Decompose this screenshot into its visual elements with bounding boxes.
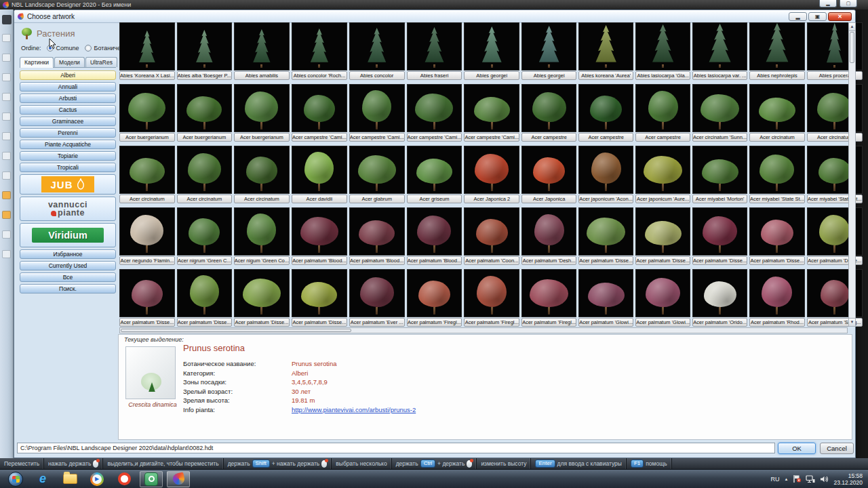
speaker-icon[interactable]	[820, 475, 829, 483]
start-button[interactable]	[4, 471, 27, 487]
tab-ultrares[interactable]: UltraRes	[85, 57, 117, 67]
plant-thumbnail[interactable]: Abies fraseri	[407, 22, 462, 80]
plant-thumbnail[interactable]: Abies nephrolepis	[749, 22, 805, 80]
background-tool-icon-11[interactable]	[2, 230, 11, 239]
background-tool-icon-8[interactable]	[2, 171, 11, 180]
vendor-button-viridium[interactable]: Viridium	[20, 223, 116, 247]
scroll-down-button[interactable]: ▼	[849, 318, 855, 326]
plant-thumbnail[interactable]: Acer palmatum 'Disse...	[292, 269, 347, 327]
plant-thumbnail[interactable]: Acer palmatum 'Disse...	[635, 207, 690, 265]
plant-thumbnail[interactable]: Acer griseum	[407, 146, 462, 203]
file-path-field[interactable]: C:\Program Files\NBL Landscape Designer …	[17, 443, 775, 453]
background-tool-icon-1[interactable]	[2, 34, 11, 42]
category-button-annuali[interactable]: Annuali	[20, 82, 116, 92]
taskbar-item-media-player[interactable]: ▶	[85, 471, 108, 487]
background-tool-icon[interactable]	[2, 15, 12, 24]
plant-thumbnail[interactable]: Abies concolor	[349, 22, 405, 80]
plant-thumbnail[interactable]: Acer japonicum 'Acon...	[578, 146, 633, 203]
scroll-up-button[interactable]: ▲	[849, 23, 855, 31]
plant-thumbnail[interactable]: Acer campestre 'Cami...	[349, 84, 405, 142]
sidebar-button-все[interactable]: Все	[20, 272, 116, 282]
plant-thumbnail[interactable]: Acer palmatum 'Disse...	[177, 269, 232, 327]
dialog-close-button[interactable]: ✕	[828, 12, 852, 21]
scrollbar-thumb[interactable]	[850, 32, 854, 63]
info-link[interactable]: http://www.piantevivai.com/arbusti/prunu…	[292, 406, 416, 413]
plant-thumbnail[interactable]: Acer circinatum	[749, 84, 805, 142]
plant-thumbnail[interactable]: Acer circinatum	[119, 146, 175, 203]
main-minimize-button[interactable]: ▂	[819, 0, 837, 7]
plant-thumbnail[interactable]: Acer palmatum 'Orido...	[692, 269, 747, 327]
horizontal-scrollbar[interactable]	[119, 327, 848, 333]
plant-thumbnail[interactable]: Abies 'Koreana X Lasi...	[119, 22, 175, 80]
taskbar-item-opera[interactable]	[113, 471, 136, 487]
radio-botanical[interactable]	[85, 45, 92, 52]
plant-thumbnail[interactable]: Acer Japonica	[521, 146, 576, 203]
ok-button[interactable]: OK	[778, 443, 816, 454]
dialog-minimize-button[interactable]: ▂	[789, 12, 807, 21]
category-button-piante-acquatiche[interactable]: Piante Acquatiche	[20, 140, 116, 149]
plant-thumbnail[interactable]: Abies alba 'Boesger P...	[177, 22, 232, 80]
language-indicator[interactable]: RU	[771, 476, 780, 483]
plant-thumbnail[interactable]: Abies lasiocarpa 'Gla...	[635, 22, 690, 80]
plant-thumbnail[interactable]: Acer negundo 'Flamin...	[119, 207, 175, 265]
plant-thumbnail[interactable]: Acer davidii	[292, 146, 347, 203]
plant-thumbnail[interactable]: Acer buergerianum	[177, 84, 232, 142]
plant-thumbnail[interactable]: Acer palmatum 'Firegl...	[521, 269, 576, 327]
background-tool-icon-7[interactable]	[2, 152, 11, 160]
plant-thumbnail[interactable]: Acer circinatum	[177, 146, 232, 203]
plant-thumbnail[interactable]: Acer campestre 'Cami...	[407, 84, 462, 142]
category-button-cactus[interactable]: Cactus	[20, 105, 116, 115]
horizontal-scrollbar-thumb[interactable]	[121, 329, 351, 332]
tab-models[interactable]: Модели	[54, 57, 85, 67]
clock[interactable]: 15:58 23.12.2020	[833, 472, 863, 486]
plant-thumbnail[interactable]: Acer glabrum	[349, 146, 405, 203]
plant-thumbnail[interactable]: Acer palmatum 'Disse...	[692, 207, 747, 265]
tab-pictures[interactable]: Картинки	[20, 57, 54, 68]
category-button-arbusti[interactable]: Arbusti	[20, 94, 116, 103]
plant-thumbnail[interactable]: Acer buergerianum	[234, 84, 290, 142]
plant-thumbnail[interactable]: Abies amabilis	[234, 22, 290, 80]
plant-thumbnail[interactable]: Acer nigrum 'Green C...	[177, 207, 232, 265]
plant-thumbnail[interactable]: Abies lasiocarpa var. ...	[692, 22, 747, 80]
plant-thumbnail[interactable]: Abies georgei	[464, 22, 519, 80]
plant-thumbnail[interactable]: Abies georgei	[521, 22, 576, 80]
plant-thumbnail[interactable]: Acer miyabei 'State St...	[749, 146, 805, 203]
background-tool-icon-10[interactable]	[2, 211, 11, 219]
vendor-button-jub[interactable]: JUB	[20, 174, 116, 195]
plant-thumbnail[interactable]: Abies koreana 'Aurea'	[578, 22, 633, 80]
selection-thumbnail[interactable]	[125, 346, 176, 399]
taskbar-item-internet-explorer[interactable]: e	[31, 471, 54, 487]
plant-thumbnail[interactable]: Acer palmatum 'Firegl...	[464, 269, 519, 327]
plant-thumbnail[interactable]: Acer Japonica 2	[464, 146, 519, 203]
taskbar-item-file-explorer[interactable]	[58, 471, 81, 487]
plant-thumbnail[interactable]: Acer palmatum 'Disse...	[119, 269, 175, 327]
plant-thumbnail[interactable]: Acer palmatum 'Glowi...	[635, 269, 690, 327]
action-center-flag-icon[interactable]	[793, 474, 801, 483]
sidebar-button-currently-used[interactable]: Currently Used	[20, 261, 116, 270]
plant-thumbnail[interactable]: Acer palmatum 'Blood...	[292, 207, 347, 265]
category-button-graminacee[interactable]: Graminacee	[20, 117, 116, 126]
plant-thumbnail[interactable]: Acer palmatum 'Glowi...	[578, 269, 633, 327]
taskbar-item-nbl-designer[interactable]	[167, 471, 190, 487]
plant-thumbnail[interactable]: Acer campestre 'Cami...	[464, 84, 519, 142]
plant-thumbnail[interactable]: Acer japonicum 'Aure...	[635, 146, 690, 203]
background-tool-icon-12[interactable]	[2, 250, 11, 258]
dialog-titlebar[interactable]: Choose artwork ▂ ▣ ✕	[14, 10, 855, 23]
main-maximize-button[interactable]: ▢	[840, 0, 857, 7]
plant-thumbnail[interactable]: Acer campestre 'Cami...	[292, 84, 347, 142]
background-tool-icon-5[interactable]	[2, 113, 11, 121]
cancel-button[interactable]: Cancel	[820, 443, 854, 454]
plant-thumbnail[interactable]: Acer campestre	[578, 84, 633, 142]
plant-thumbnail[interactable]: Acer campestre	[521, 84, 576, 142]
plant-thumbnail[interactable]: Acer palmatum 'Disse...	[578, 207, 633, 265]
vendor-button-vannucci[interactable]: vannucci piante	[20, 197, 116, 221]
plant-thumbnail[interactable]: Acer campestre	[635, 84, 690, 142]
plant-thumbnail[interactable]: Acer palmatum 'Firegl...	[407, 269, 462, 327]
plant-thumbnail[interactable]: Acer palmatum 'Blood...	[407, 207, 462, 265]
plant-thumbnail[interactable]: Acer palmatum 'Disse...	[749, 207, 805, 265]
network-icon[interactable]	[806, 475, 815, 483]
plant-thumbnail[interactable]: Acer palmatum 'Desh...	[521, 207, 576, 265]
plant-thumbnail[interactable]: Acer palmatum 'Rhod...	[749, 269, 805, 327]
plant-thumbnail[interactable]: Acer circinatum	[234, 146, 290, 203]
sidebar-button-поиск[interactable]: Поиск.	[20, 284, 116, 293]
